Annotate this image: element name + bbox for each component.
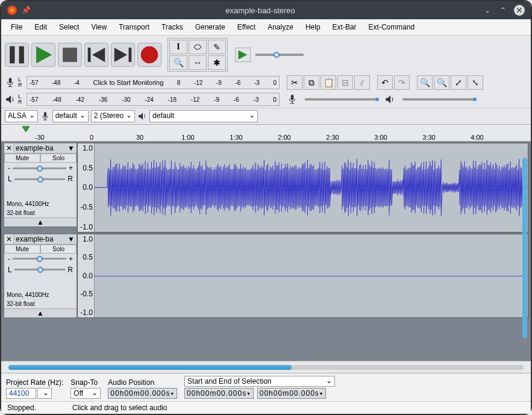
menu-view[interactable]: View [86,22,111,33]
audio-position-field[interactable]: 00h00m00.000s▾ [108,388,177,399]
menu-ext-command[interactable]: Ext-Command [364,22,420,33]
redo-button[interactable]: ↷ [394,75,410,90]
recording-device-select[interactable]: default [52,110,89,122]
fit-selection-button[interactable]: ⤢ [451,75,466,90]
audio-host-select[interactable]: ALSA [5,110,38,122]
menu-transport[interactable]: Transport [114,22,154,33]
svg-marker-15 [139,113,143,120]
menu-generate[interactable]: Generate [190,22,230,33]
zoom-tool[interactable]: 🔍 [169,55,187,70]
timeline-tick: 30 [136,134,143,141]
meter-channel-labels: LR [18,77,25,88]
playback-meter: LR -57 -48 -42 -36 -30 -24 -18 -12 -9 -6… [1,91,531,108]
menu-effect[interactable]: Effect [233,22,260,33]
skip-start-button[interactable] [84,43,108,67]
svg-rect-0 [10,46,14,64]
start-monitoring-label[interactable]: Click to Start Monitoring [93,79,164,86]
selection-tool[interactable]: I [169,40,187,54]
speaker-icon [5,94,16,105]
undo-button[interactable]: ↶ [377,75,393,90]
status-state: Stopped. [7,404,36,412]
playhead-icon[interactable] [22,126,30,134]
selection-end-field[interactable]: 00h00m00.000s▾ [257,388,327,399]
menu-tracks[interactable]: Tracks [157,22,188,33]
horizontal-scrollbar[interactable] [1,361,531,373]
pan-slider[interactable] [14,178,66,180]
menu-edit[interactable]: Edit [30,22,52,33]
timeline-tick: 1:30 [230,134,242,141]
menu-ext-bar[interactable]: Ext-Bar [328,22,361,33]
minimize-button[interactable]: ⌄ [483,5,492,15]
draw-tool[interactable]: ✎ [208,40,226,54]
project-rate-label: Project Rate (Hz): [6,378,63,387]
snap-to-select[interactable]: Off [70,388,101,399]
microphone-icon [40,111,50,121]
close-button[interactable]: ✕ [514,5,525,16]
mute-button[interactable]: Mute [4,154,40,163]
device-toolbar: ALSA default 2 (Stereo default [1,108,531,124]
track-name-dropdown[interactable]: example-ba▼ [14,234,77,244]
edit-toolbar: ✂ ⧉ 📋 ⊟ ⫽ ↶ ↷ 🔍 🔍 ⤢ ⤡ [287,75,483,90]
pin-icon[interactable]: 📌 [22,6,31,14]
skip-end-button[interactable] [111,43,135,67]
svg-rect-4 [88,48,91,62]
trim-button[interactable]: ⊟ [337,75,353,90]
playback-meter-scale[interactable]: -57 -48 -42 -36 -30 -24 -18 -12 -9 -6 -3… [27,93,280,106]
track-bitdepth-label: 32-bit float [4,208,77,217]
recording-channels-select[interactable]: 2 (Stereo [91,110,135,122]
waveform-display[interactable]: 1.00.50.0-0.5-1.0 [77,234,528,318]
pause-button[interactable] [5,43,29,67]
maximize-button[interactable]: ⌃ [498,5,508,15]
vertical-scrollbar[interactable] [522,158,527,339]
record-button[interactable] [137,43,161,67]
menu-analyze[interactable]: Analyze [263,22,298,33]
selection-start-field[interactable]: 00h00m00.000s▾ [184,388,254,399]
audacity-window: 📌 example-bad-stereo ⌄ ⌃ ✕ File Edit Sel… [0,0,532,415]
play-button[interactable] [31,43,55,67]
track-collapse-button[interactable]: ▲ [4,308,77,317]
copy-button[interactable]: ⧉ [304,75,319,90]
pan-slider[interactable] [14,269,66,270]
track-collapse-button[interactable]: ▲ [4,217,77,226]
waveform-yaxis: 1.00.50.0-0.5-1.0 [78,234,95,317]
cut-button[interactable]: ✂ [287,75,302,90]
zoom-in-button[interactable]: 🔍 [417,75,433,90]
selection-toolbar: Project Rate (Hz): Snap-To Off Audio Pos… [1,373,531,401]
waveform-display[interactable]: 1.00.50.0-0.5-1.0 [77,143,528,232]
track-close-button[interactable]: ✕ [4,144,14,152]
multi-tool[interactable]: ✱ [208,55,226,70]
menubar: File Edit Select View Transport Tracks G… [1,19,531,36]
recording-volume-slider[interactable] [305,98,377,101]
project-rate-input[interactable] [6,388,36,399]
gain-slider[interactable] [13,167,66,169]
playback-volume-slider[interactable] [402,98,475,101]
timeline-tick: -30 [35,134,45,141]
zoom-out-button[interactable]: 🔍 [434,75,449,90]
recording-meter-scale[interactable]: -57 -48 -4 Click to Start Monitoring 8 -… [27,76,280,89]
timeline-tick: 2:00 [278,134,290,141]
solo-button[interactable]: Solo [40,245,77,254]
stop-button[interactable] [58,43,82,67]
gain-slider[interactable] [13,258,66,260]
play-at-speed-button[interactable] [235,48,251,62]
playback-speed-slider[interactable] [255,54,304,56]
playback-device-select[interactable]: default [149,110,258,122]
silence-button[interactable]: ⫽ [354,75,370,90]
svg-point-8 [141,46,158,64]
solo-button[interactable]: Solo [40,154,77,163]
menu-select[interactable]: Select [54,22,84,33]
track-name-dropdown[interactable]: example-ba▼ [14,143,77,153]
selection-mode-select[interactable]: Start and End of Selection [184,376,335,387]
audio-position-label: Audio Position [108,378,177,387]
timeline-ruler[interactable]: -300301:001:302:002:303:003:304:00 [1,125,531,142]
menu-file[interactable]: File [6,22,27,33]
paste-button[interactable]: 📋 [321,75,336,90]
timeshift-tool[interactable]: ↔ [189,55,207,70]
track-close-button[interactable]: ✕ [4,235,14,243]
track: ✕ example-ba▼ Mute Solo -+ LR Mono, 4410… [4,234,528,318]
menu-help[interactable]: Help [301,22,325,33]
fit-project-button[interactable]: ⤡ [468,75,483,90]
mute-button[interactable]: Mute [4,245,40,254]
envelope-tool[interactable] [189,40,207,54]
project-rate-dropdown[interactable] [37,388,52,399]
